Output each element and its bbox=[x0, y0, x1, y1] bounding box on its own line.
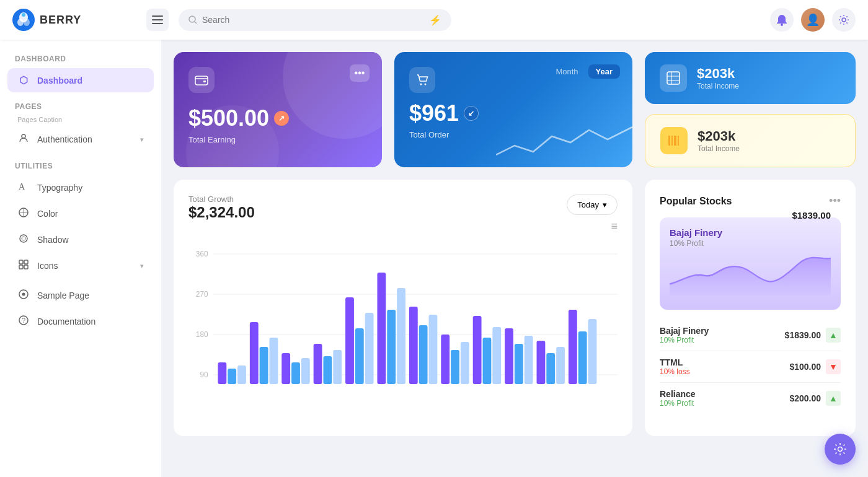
right-cards: $203k Total Income $203k bbox=[645, 52, 856, 167]
svg-rect-45 bbox=[218, 362, 226, 384]
search-bar: ⚡ bbox=[179, 9, 451, 31]
chart-amount: $2,324.00 bbox=[188, 204, 255, 221]
sidebar-item-documentation[interactable]: ? Documentation bbox=[7, 309, 154, 334]
svg-point-4 bbox=[22, 13, 25, 17]
bell-icon bbox=[776, 14, 787, 26]
notification-button[interactable] bbox=[770, 8, 794, 32]
typography-label: Typography bbox=[37, 183, 82, 193]
stock-list-item: TTML 10% loss $100.00 ▼ bbox=[660, 351, 841, 383]
svg-rect-48 bbox=[250, 322, 259, 384]
wallet-icon bbox=[195, 73, 208, 87]
chart-menu-icon[interactable]: ≡ bbox=[611, 220, 618, 233]
auth-label: Authentication bbox=[37, 134, 92, 144]
svg-point-3 bbox=[24, 19, 30, 26]
fab-button[interactable] bbox=[825, 434, 856, 465]
sidebar-item-dashboard[interactable]: ⬡ Dashboard bbox=[7, 68, 154, 92]
svg-rect-19 bbox=[19, 265, 23, 269]
svg-rect-65 bbox=[429, 315, 438, 384]
featured-stock-info: Bajaj Finery 10% Profit bbox=[670, 227, 722, 248]
income-blue-icon bbox=[660, 64, 687, 92]
svg-rect-79 bbox=[578, 331, 587, 384]
svg-rect-78 bbox=[569, 310, 577, 384]
income-blue-label: Total Income bbox=[697, 82, 739, 90]
svg-rect-59 bbox=[365, 313, 374, 384]
earning-card-icon bbox=[188, 67, 215, 93]
stocks-title: Popular Stocks bbox=[660, 196, 732, 207]
icons-label: Icons bbox=[37, 261, 58, 271]
svg-rect-74 bbox=[525, 336, 533, 384]
stock-profit: 10% Profit bbox=[660, 399, 696, 408]
stocks-header: Popular Stocks ••• bbox=[660, 195, 841, 208]
stock-item-info: TTML 10% loss bbox=[660, 357, 690, 376]
year-toggle-button[interactable]: Year bbox=[588, 64, 620, 79]
top-cards: ••• $500.00 ↗ Total Earning bbox=[174, 52, 856, 167]
svg-rect-61 bbox=[387, 310, 396, 384]
sidebar-item-color[interactable]: Color bbox=[7, 201, 154, 226]
sidebar: Dashboard ⬡ Dashboard Pages Pages Captio… bbox=[0, 40, 161, 477]
settings-button[interactable] bbox=[832, 8, 856, 32]
svg-rect-73 bbox=[515, 344, 523, 384]
svg-text:90: 90 bbox=[200, 370, 208, 379]
stock-name: Reliance bbox=[660, 389, 696, 399]
search-input[interactable] bbox=[202, 15, 424, 25]
svg-rect-60 bbox=[377, 273, 386, 384]
earning-card-more-button[interactable]: ••• bbox=[350, 64, 370, 82]
svg-rect-49 bbox=[260, 347, 268, 384]
svg-point-10 bbox=[781, 24, 783, 26]
svg-rect-33 bbox=[668, 136, 670, 146]
logo-icon bbox=[12, 9, 35, 31]
order-card: Month Year $961 ↙ Total Order bbox=[394, 52, 632, 167]
pages-section-title: Pages bbox=[7, 100, 154, 116]
color-label: Color bbox=[37, 209, 58, 219]
chart-title-area: Total Growth $2,324.00 bbox=[188, 195, 255, 221]
stock-list-item: Bajaj Finery 10% Profit $1839.00 ▲ bbox=[660, 320, 841, 351]
documentation-icon: ? bbox=[17, 315, 30, 328]
stocks-more-button[interactable]: ••• bbox=[829, 195, 841, 208]
sidebar-item-authentication[interactable]: Authentication ▾ bbox=[7, 127, 154, 152]
svg-rect-76 bbox=[546, 353, 555, 384]
svg-point-28 bbox=[425, 84, 427, 85]
svg-line-9 bbox=[195, 22, 197, 24]
svg-point-12 bbox=[22, 134, 25, 138]
svg-text:360: 360 bbox=[196, 250, 208, 258]
svg-point-27 bbox=[420, 84, 422, 85]
color-icon bbox=[17, 208, 30, 220]
menu-button[interactable] bbox=[146, 9, 169, 31]
sample-page-icon bbox=[17, 289, 30, 302]
filter-icon[interactable]: ⚡ bbox=[429, 14, 441, 26]
svg-rect-64 bbox=[419, 325, 428, 384]
svg-rect-34 bbox=[671, 136, 673, 146]
earning-label: Total Earning bbox=[188, 135, 367, 144]
income-yellow-info: $203k Total Income bbox=[698, 128, 740, 153]
hamburger-icon bbox=[152, 15, 163, 24]
stock-profit: 10% Profit bbox=[660, 336, 709, 344]
today-button[interactable]: Today ▾ bbox=[567, 195, 618, 215]
shadow-icon bbox=[17, 234, 30, 246]
svg-rect-66 bbox=[441, 335, 450, 384]
order-card-icon bbox=[409, 67, 435, 93]
documentation-label: Documentation bbox=[37, 317, 95, 326]
sample-page-label: Sample Page bbox=[37, 291, 89, 300]
shadow-label: Shadow bbox=[37, 235, 69, 245]
search-icon bbox=[188, 15, 197, 24]
featured-stock-price: $1839.00 bbox=[792, 210, 831, 221]
income-card-yellow: $203k Total Income bbox=[645, 114, 856, 167]
month-toggle-button[interactable]: Month bbox=[548, 64, 585, 79]
sidebar-item-shadow[interactable]: Shadow bbox=[7, 227, 154, 252]
auth-arrow: ▾ bbox=[140, 136, 144, 144]
sidebar-item-icons[interactable]: Icons ▾ bbox=[7, 253, 154, 278]
logo-text: BERRY bbox=[40, 14, 81, 27]
stock-item-info: Reliance 10% Profit bbox=[660, 389, 696, 408]
income-blue-amount: $203k bbox=[697, 66, 739, 82]
stock-badge-up: ▲ bbox=[826, 391, 841, 406]
svg-rect-53 bbox=[301, 358, 310, 384]
stock-name: TTML bbox=[660, 357, 690, 367]
sidebar-item-sample-page[interactable]: Sample Page bbox=[7, 283, 154, 308]
header-right: 👤 bbox=[770, 8, 856, 32]
sidebar-item-typography[interactable]: A Typography bbox=[7, 175, 154, 200]
avatar[interactable]: 👤 bbox=[801, 8, 825, 32]
svg-rect-18 bbox=[24, 260, 28, 264]
svg-rect-25 bbox=[195, 76, 208, 85]
typography-icon: A bbox=[17, 182, 30, 194]
pages-caption: Pages Caption bbox=[7, 116, 154, 127]
